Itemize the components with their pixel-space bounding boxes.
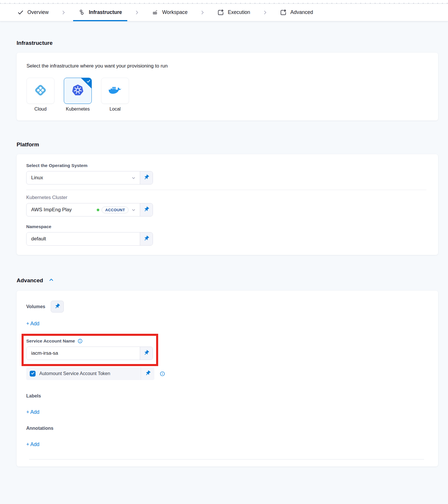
pin-icon (143, 174, 149, 181)
namespace-label: Namespace (26, 224, 426, 229)
cluster-select[interactable]: AWS ImpEng Play ACCOUNT (27, 203, 140, 216)
tab-workspace[interactable]: Workspace (152, 4, 188, 21)
infrastructure-description: Select the infrastructure where you want… (27, 63, 428, 69)
pin-icon (145, 370, 151, 377)
cluster-field-group: AWS ImpEng Play ACCOUNT (26, 203, 153, 216)
infra-option-local-label: Local (110, 107, 121, 112)
tab-advanced[interactable]: Advanced (280, 4, 313, 21)
advanced-card: Volumes + Add Service Account Name (17, 291, 438, 466)
infra-option-cloud-wrap: Cloud (27, 78, 54, 112)
automount-row: Automount Service Account Token (26, 367, 154, 380)
docker-icon (108, 85, 122, 97)
section-title-infrastructure: Infrastructure (17, 40, 438, 46)
labels-label: Labels (26, 393, 431, 399)
tab-infrastructure[interactable]: Infrastructure (78, 4, 122, 21)
namespace-field-group (26, 232, 153, 246)
layers-stack-icon (152, 9, 158, 16)
namespace-pin-button[interactable] (140, 233, 153, 245)
scope-badge: ACCOUNT (102, 207, 128, 213)
wizard-tabbar: Overview Infrastructure (0, 4, 448, 21)
os-label: Select the Operating System (26, 163, 426, 168)
tab-overview[interactable]: Overview (17, 4, 49, 21)
info-icon[interactable] (77, 338, 83, 344)
chevron-down-icon (131, 207, 136, 213)
add-volume-link[interactable]: + Add (26, 321, 39, 327)
chevron-right-icon (262, 4, 268, 21)
service-account-section: Service Account Name (26, 338, 153, 360)
checkbox-check-icon (31, 371, 35, 376)
service-account-field-group (26, 347, 153, 360)
add-labels-link[interactable]: + Add (26, 409, 39, 415)
section-title-advanced: Advanced (17, 277, 43, 284)
chevron-right-icon (61, 4, 66, 21)
infra-option-kubernetes-label: Kubernetes (66, 107, 90, 112)
row-divider (26, 190, 426, 190)
advanced-heading-row: Advanced (17, 276, 438, 284)
chevron-right-icon (200, 4, 205, 21)
namespace-input[interactable] (27, 233, 140, 245)
tab-advanced-label: Advanced (290, 9, 313, 15)
dotted-background-strip (0, 0, 448, 4)
cluster-pin-button[interactable] (140, 203, 153, 216)
collapse-advanced-button[interactable] (48, 276, 55, 284)
automount-line: Automount Service Account Token (26, 367, 431, 380)
os-field-group: Linux (26, 171, 153, 184)
annotations-label: Annotations (26, 426, 431, 431)
pin-icon (143, 350, 149, 357)
os-pin-button[interactable] (140, 171, 153, 184)
hexagons-icon (78, 9, 85, 16)
tab-infrastructure-label: Infrastructure (89, 9, 122, 15)
infra-option-local[interactable] (101, 78, 129, 104)
infrastructure-card: Select the infrastructure where you want… (17, 53, 438, 120)
automount-pin-button[interactable] (141, 370, 154, 377)
platform-card: Select the Operating System Linux Kubern… (17, 154, 438, 255)
cluster-label: Kubernetes Cluster (26, 195, 426, 200)
infrastructure-options: Cloud (27, 78, 428, 112)
volumes-label: Volumes (26, 304, 45, 309)
section-title-platform: Platform (17, 141, 438, 148)
infra-option-kubernetes-wrap: Kubernetes (64, 78, 92, 112)
service-account-label: Service Account Name (26, 338, 75, 344)
automount-label: Automount Service Account Token (39, 371, 110, 376)
os-select[interactable]: Linux (27, 171, 140, 184)
pin-icon (143, 235, 149, 242)
service-account-pin-button[interactable] (140, 347, 153, 360)
tab-workspace-label: Workspace (162, 9, 188, 15)
infra-option-kubernetes[interactable] (64, 78, 92, 104)
cloud-icon (34, 84, 47, 98)
pin-icon (143, 206, 149, 213)
infra-option-cloud[interactable] (27, 78, 54, 104)
box-gear-icon (280, 9, 287, 16)
chevron-down-icon (131, 175, 136, 181)
tab-overview-label: Overview (27, 9, 49, 15)
automount-info-icon[interactable] (160, 371, 165, 377)
tab-execution[interactable]: Execution (217, 4, 250, 21)
infra-option-local-wrap: Local (101, 78, 129, 112)
tab-execution-label: Execution (228, 9, 250, 15)
selected-check-icon (87, 79, 91, 84)
check-icon (17, 9, 24, 15)
box-gear-icon (217, 9, 224, 16)
chevron-right-icon (134, 4, 140, 21)
infra-option-cloud-label: Cloud (34, 107, 47, 112)
connector-status-dot (97, 209, 99, 211)
main-content: Infrastructure Select the infrastructure… (17, 40, 438, 466)
os-select-value: Linux (31, 175, 43, 181)
service-account-input[interactable] (27, 347, 140, 360)
automount-checkbox[interactable] (30, 371, 36, 377)
chevron-up-icon (48, 277, 54, 284)
page: Overview Infrastructure (0, 0, 448, 466)
volumes-pin-button[interactable] (51, 301, 64, 313)
bottom-divider (29, 459, 424, 459)
pin-icon (54, 303, 60, 310)
cluster-select-value: AWS ImpEng Play (31, 207, 72, 213)
add-annotations-link[interactable]: + Add (26, 441, 39, 448)
volumes-row: Volumes (26, 301, 431, 313)
